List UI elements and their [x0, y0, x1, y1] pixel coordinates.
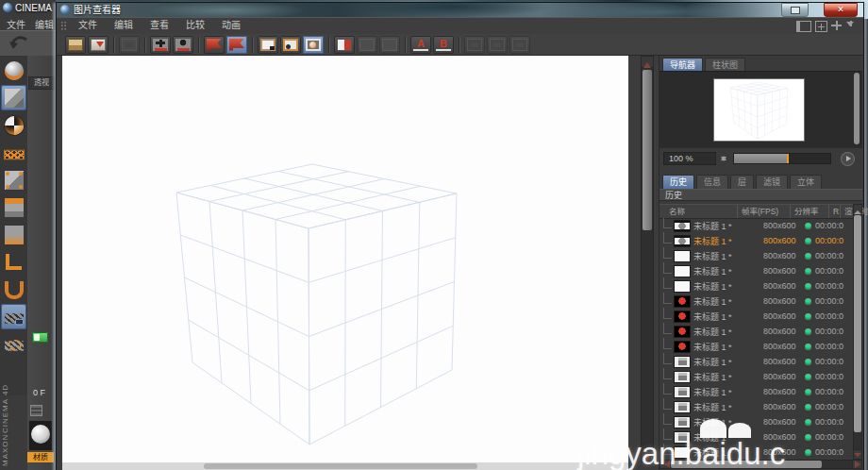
scroll-right-icon[interactable]: [852, 460, 862, 469]
scroll-down-icon[interactable]: [853, 449, 862, 460]
cube-glow-tool-button[interactable]: [1, 222, 26, 247]
cube-points-tool-button[interactable]: [1, 167, 26, 193]
history-row[interactable]: 未标题 1 *800x60000:00:0: [659, 324, 853, 339]
tab-stereo[interactable]: 立体: [790, 175, 822, 189]
axis-tool-button[interactable]: [1, 249, 26, 275]
timeline-toggle[interactable]: [32, 332, 48, 343]
set-compare-b-button[interactable]: B: [433, 36, 454, 54]
history-row[interactable]: 未标题 1 *800x60000:00:0: [659, 399, 853, 414]
scroll-up-icon[interactable]: [853, 204, 862, 214]
scroll-up-icon[interactable]: [641, 56, 654, 68]
orange-grid-tool-button[interactable]: [1, 140, 26, 165]
history-row[interactable]: 未标题 1 *800x60000:00:0: [659, 354, 853, 369]
fit-image-button[interactable]: [303, 36, 324, 54]
save-button[interactable]: [88, 36, 108, 54]
pv-titlebar[interactable]: 图片查看器 ✕: [57, 3, 863, 17]
menu-item-edit[interactable]: 编辑: [30, 20, 56, 29]
play-forward-button[interactable]: [841, 152, 855, 166]
history-row[interactable]: 未标题 1 *800x60000:00:0: [659, 339, 853, 354]
column-header-2[interactable]: 分辨率: [790, 205, 819, 218]
scroll-down-icon[interactable]: [641, 450, 654, 462]
tab-navigator[interactable]: 导航器: [662, 58, 703, 72]
history-row[interactable]: 未标题 1 *800x60000:00:0: [659, 248, 853, 263]
tab-history[interactable]: 历史: [662, 175, 694, 189]
cube-tool-button[interactable]: [1, 85, 26, 110]
history-row[interactable]: 未标题 1 *800x60000:00:0: [659, 384, 853, 399]
drag-handle-icon[interactable]: [60, 21, 67, 31]
cube-top-tool-button[interactable]: [1, 194, 26, 220]
compare-swap-button[interactable]: [379, 36, 400, 54]
canvas-hscroll-thumb[interactable]: [204, 463, 477, 469]
pv-menu-item-view[interactable]: 查看: [142, 20, 177, 30]
history-row[interactable]: 未标题 1 *800x60000:00:0: [659, 429, 853, 445]
open-button[interactable]: [65, 36, 86, 54]
bookmark-button[interactable]: [204, 36, 225, 54]
canvas-horizontal-scrollbar[interactable]: [62, 462, 628, 470]
zoom-stepper[interactable]: [720, 152, 728, 165]
compare-ab-button[interactable]: [334, 36, 355, 54]
canvas-vscroll-thumb[interactable]: [643, 70, 652, 230]
grid-lock-tool-button[interactable]: [1, 304, 26, 329]
zoom-slider-marker[interactable]: [787, 154, 789, 163]
move-panel-icon[interactable]: [831, 21, 842, 30]
tab-info[interactable]: 信息: [696, 175, 728, 189]
undo-icon[interactable]: [8, 33, 30, 52]
navigator-preview[interactable]: [714, 79, 804, 141]
pv-menu-item-animation[interactable]: 动画: [213, 20, 249, 30]
history-row[interactable]: 未标题 1 *800x60000:00:0: [659, 414, 853, 429]
panel-scroll-thumb[interactable]: [854, 73, 860, 144]
history-hscroll-thumb[interactable]: [671, 461, 822, 468]
pin-panel-icon[interactable]: [796, 21, 811, 32]
pan-button[interactable]: [150, 36, 171, 54]
menu-item-file[interactable]: 文件: [2, 20, 30, 29]
animation-1-button[interactable]: [464, 36, 485, 54]
history-row[interactable]: 未标题 1 *800x60000:00:0: [659, 294, 853, 309]
history-horizontal-scrollbar[interactable]: [659, 460, 862, 469]
history-row[interactable]: 未标题 1 *800x60000:00:0: [659, 233, 853, 248]
animation-3-button[interactable]: [509, 36, 530, 54]
zoom-value-field[interactable]: 100 %: [663, 152, 716, 165]
zoom-slider[interactable]: [733, 153, 831, 164]
status-dot: [805, 283, 811, 290]
canvas-vertical-scrollbar[interactable]: [641, 56, 654, 462]
history-row[interactable]: 未标题 1 *800x60000:00:0: [659, 278, 853, 294]
history-row[interactable]: 未标题 1 *800x60000:00:0: [659, 218, 853, 233]
history-vscroll-thumb[interactable]: [854, 215, 861, 432]
tab-histogram[interactable]: 柱状图: [705, 58, 745, 72]
column-header-1[interactable]: 帧率(FPS): [737, 205, 778, 218]
restore-button[interactable]: [781, 3, 809, 17]
column-header-3[interactable]: R: [828, 205, 839, 218]
pv-menu-item-file[interactable]: 文件: [70, 20, 106, 30]
history-row[interactable]: 未标题 1 *800x60000:00:0: [659, 309, 853, 324]
tab-layer[interactable]: 层: [730, 175, 754, 189]
history-row[interactable]: 未标题 1 *800x60000:00:0: [659, 369, 853, 384]
scroll-left-icon[interactable]: [659, 460, 670, 469]
material-thumbnail[interactable]: [28, 420, 53, 451]
compare-layout-button[interactable]: [357, 36, 377, 54]
add-tab-icon[interactable]: [815, 21, 827, 32]
pv-menu-item-edit[interactable]: 编辑: [106, 20, 142, 30]
bookmark-toggle-button[interactable]: [226, 36, 247, 54]
history-row[interactable]: 未标题 1 *800x60000:00:0: [659, 445, 853, 460]
frame-canvas-button[interactable]: [280, 36, 301, 54]
column-header-0[interactable]: 名称: [665, 205, 685, 218]
frame-image-button[interactable]: [258, 36, 278, 54]
image-canvas[interactable]: [62, 56, 628, 462]
grid-rotate-tool-button[interactable]: [1, 331, 26, 357]
material-name-label[interactable]: 材质: [27, 452, 54, 462]
undock-panel-icon[interactable]: [845, 21, 856, 30]
history-row[interactable]: 未标题 1 *800x60000:00:0: [659, 263, 853, 278]
pv-menu-item-compare[interactable]: 比较: [177, 20, 213, 30]
net-sphere-tool-button[interactable]: [1, 58, 26, 83]
magnet-tool-button[interactable]: [1, 277, 26, 302]
zoom-half-button[interactable]: [119, 36, 140, 54]
viewport-tab[interactable]: 透视: [28, 76, 55, 90]
checker-sphere-tool-button[interactable]: [1, 112, 26, 138]
layers-icon[interactable]: [30, 405, 42, 416]
tab-filter[interactable]: 滤镜: [756, 175, 788, 189]
animation-2-button[interactable]: [487, 36, 508, 54]
history-vertical-scrollbar[interactable]: [853, 204, 862, 460]
close-button[interactable]: ✕: [824, 3, 858, 17]
set-compare-a-button[interactable]: A: [410, 36, 431, 54]
zoom-tool-button[interactable]: [173, 36, 193, 54]
